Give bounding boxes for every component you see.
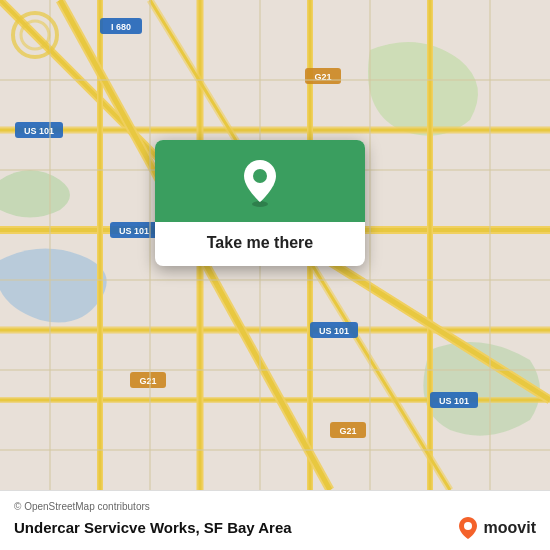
svg-text:US 101: US 101 — [439, 396, 469, 406]
location-title-bar: Undercar Servicve Works, SF Bay Area moo… — [14, 515, 536, 541]
svg-point-56 — [253, 169, 267, 183]
location-pin-icon — [238, 158, 282, 208]
take-me-there-button[interactable]: Take me there — [207, 234, 313, 252]
map-view[interactable]: US 101 US 101 US 101 US 101 I 680 G21 G2… — [0, 0, 550, 490]
svg-text:G21: G21 — [139, 376, 156, 386]
svg-text:G21: G21 — [339, 426, 356, 436]
location-name: Undercar Servicve Works, SF Bay Area — [14, 519, 292, 536]
popup-header — [155, 140, 365, 222]
moovit-brand-text: moovit — [484, 519, 536, 537]
map-attribution: © OpenStreetMap contributors — [14, 501, 536, 512]
svg-point-57 — [464, 522, 472, 530]
svg-text:I 680: I 680 — [111, 22, 131, 32]
moovit-logo: moovit — [455, 515, 536, 541]
svg-text:US 101: US 101 — [319, 326, 349, 336]
bottom-bar: © OpenStreetMap contributors Undercar Se… — [0, 490, 550, 550]
svg-text:US 101: US 101 — [119, 226, 149, 236]
moovit-pin-icon — [455, 515, 481, 541]
location-popup: Take me there — [155, 140, 365, 266]
